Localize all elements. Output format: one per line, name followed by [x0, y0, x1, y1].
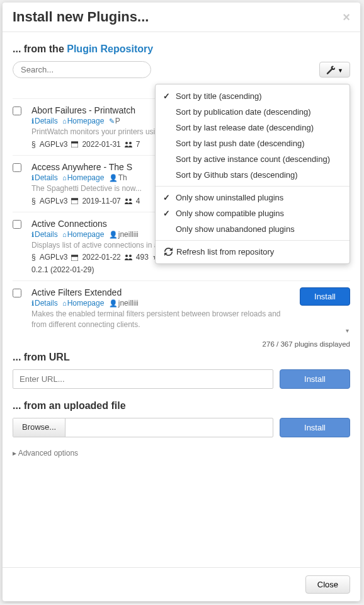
url-input[interactable]: [13, 369, 273, 389]
home-icon: ⌂: [62, 174, 67, 182]
plugin-title: Active Filters Extended: [31, 287, 293, 297]
svg-point-3: [129, 142, 132, 144]
refresh-icon: [164, 248, 173, 256]
scroll-indicator[interactable]: ▾: [346, 327, 349, 334]
info-icon: ℹ: [31, 117, 34, 125]
home-icon: ⌂: [62, 117, 67, 125]
browse-button[interactable]: Browse...: [13, 418, 65, 437]
plugin-row: Active Filters Extended ℹDetails ⌂Homepa…: [13, 281, 350, 339]
refresh-list[interactable]: Refresh list from repository: [156, 244, 350, 260]
user-icon: 👤: [109, 231, 118, 238]
modal-body: ... from the Plugin Repository ▼ Sort by…: [3, 32, 360, 567]
search-row: ▼ Sort by title (ascending) Sort by publ…: [13, 61, 350, 78]
svg-point-6: [125, 199, 128, 201]
svg-point-10: [125, 255, 128, 257]
svg-point-11: [129, 255, 132, 257]
svg-rect-1: [71, 142, 78, 144]
home-icon: ⌂: [62, 231, 67, 238]
sort-option[interactable]: Sort by Github stars (descending): [156, 167, 350, 183]
file-input[interactable]: Browse...: [13, 418, 273, 437]
sort-option[interactable]: Sort by last push date (descending): [156, 135, 350, 151]
plugin-checkbox[interactable]: [13, 163, 21, 172]
install-plugins-modal: Install new Plugins... × ... from the Pl…: [3, 3, 360, 601]
install-url-button[interactable]: Install: [280, 369, 350, 389]
plugin-repository-link[interactable]: Plugin Repository: [67, 43, 153, 54]
plugin-links: ℹDetails ⌂Homepage 👤jneilliii: [31, 299, 293, 308]
search-input[interactable]: [13, 61, 151, 78]
sort-option[interactable]: Sort by publication date (descending): [156, 104, 350, 120]
info-icon: ℹ: [31, 231, 34, 238]
modal-header: Install new Plugins... ×: [3, 3, 360, 32]
caret-right-icon: ▸: [13, 449, 16, 458]
plugin-checkbox[interactable]: [13, 107, 21, 115]
divider: [156, 240, 350, 241]
homepage-link[interactable]: Homepage: [67, 173, 105, 182]
filter-option[interactable]: Only show compatible plugins: [156, 205, 350, 221]
homepage-link[interactable]: Homepage: [67, 299, 105, 308]
modal-title: Install new Plugins...: [13, 9, 149, 25]
home-icon: ⌂: [62, 299, 67, 307]
svg-point-7: [129, 199, 132, 201]
svg-rect-9: [71, 255, 78, 257]
filter-option[interactable]: Only show unabandoned plugins: [156, 221, 350, 237]
from-url-heading: ... from URL: [13, 352, 350, 363]
install-button[interactable]: Install: [300, 287, 350, 306]
sort-option[interactable]: Sort by active instance count (descendin…: [156, 151, 350, 167]
plugin-description: Makes the enabled terminal filters persi…: [31, 309, 293, 330]
license-icon: §: [31, 253, 36, 262]
calendar-icon: [71, 141, 78, 147]
license-icon: §: [31, 140, 36, 149]
svg-point-2: [125, 142, 128, 144]
advanced-options-toggle[interactable]: ▸ Advanced options: [13, 449, 350, 458]
wrench-icon: [326, 66, 335, 74]
user-icon: 👤: [109, 299, 118, 307]
plugin-count: 276 / 367 plugins displayed: [13, 340, 350, 348]
sort-option[interactable]: Sort by last release date (descending): [156, 120, 350, 135]
divider: [156, 186, 350, 187]
pushpin-icon: ✎: [109, 117, 115, 125]
calendar-icon: [71, 254, 78, 261]
license-icon: §: [31, 197, 36, 205]
users-icon: [125, 141, 132, 147]
info-icon: ℹ: [31, 174, 34, 182]
from-file-heading: ... from an uploaded file: [13, 400, 350, 412]
from-repository-heading: ... from the Plugin Repository: [13, 43, 350, 55]
homepage-link[interactable]: Homepage: [67, 230, 105, 239]
user-icon: 👤: [109, 174, 118, 182]
url-row: Install: [13, 369, 350, 389]
close-icon[interactable]: ×: [343, 10, 350, 25]
homepage-link[interactable]: Homepage: [67, 117, 105, 125]
options-dropdown-button[interactable]: ▼: [319, 62, 350, 78]
plugin-checkbox[interactable]: [13, 220, 21, 229]
options-dropdown: Sort by title (ascending) Sort by public…: [155, 84, 350, 264]
details-link[interactable]: Details: [35, 173, 58, 182]
details-link[interactable]: Details: [35, 230, 58, 239]
info-icon: ℹ: [31, 299, 34, 307]
modal-footer: Close: [3, 567, 360, 601]
details-link[interactable]: Details: [35, 117, 58, 125]
filter-option[interactable]: Only show uninstalled plugins: [156, 190, 350, 205]
details-link[interactable]: Details: [35, 299, 58, 308]
sort-option[interactable]: Sort by title (ascending): [156, 88, 350, 104]
users-icon: [125, 198, 132, 204]
file-row: Browse... Install: [13, 418, 350, 437]
close-button[interactable]: Close: [305, 575, 350, 594]
users-icon: [125, 254, 132, 260]
install-file-button[interactable]: Install: [280, 418, 350, 437]
calendar-icon: [71, 197, 78, 204]
plugin-checkbox[interactable]: [13, 289, 21, 297]
svg-rect-5: [71, 199, 78, 200]
